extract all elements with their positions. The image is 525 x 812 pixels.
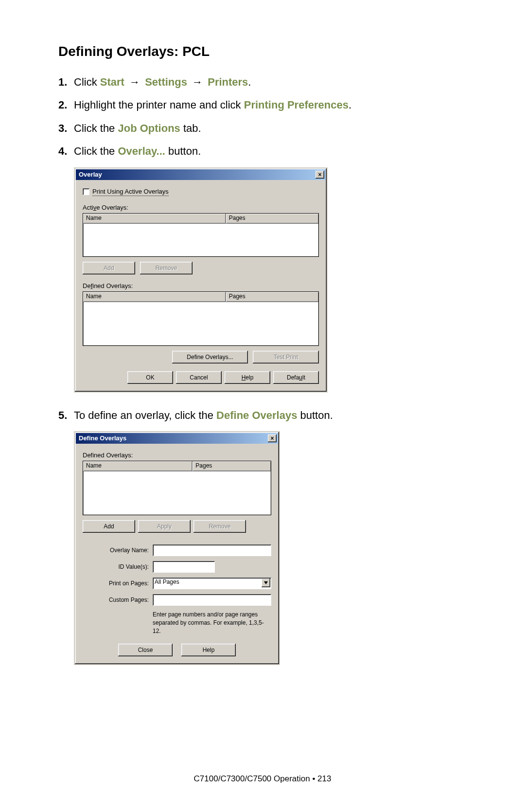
print-using-active-overlays-label: Print Using Active Overlays: [92, 188, 169, 196]
help-button[interactable]: Help: [225, 371, 270, 384]
help-button[interactable]: Help: [181, 644, 236, 656]
id-values-input[interactable]: [153, 561, 215, 573]
page-title: Defining Overlays: PCL: [58, 44, 472, 59]
cancel-button[interactable]: Cancel: [176, 371, 222, 384]
col-name[interactable]: Name: [83, 461, 192, 471]
custom-pages-label: Custom Pages:: [83, 596, 153, 603]
overlay-name-row: Overlay Name:: [83, 544, 271, 556]
defined-overlays-label: Defined Overlays:: [83, 282, 319, 289]
page-footer: C7100/C7300/C7500 Operation • 213: [0, 774, 525, 784]
step-1: 1. Click Start → Settings → Printers.: [58, 73, 472, 91]
id-values-label: ID Value(s):: [83, 563, 153, 570]
step-number: 4.: [58, 142, 74, 160]
define-test-row: Define Overlays... Test Print: [83, 351, 319, 363]
titlebar: Define Overlays ×: [76, 433, 278, 444]
step-text: button.: [297, 409, 332, 421]
step-text: Click the: [74, 145, 118, 157]
close-button[interactable]: Close: [118, 644, 173, 656]
remove-button[interactable]: Remove: [193, 520, 246, 533]
step-number: 2.: [58, 96, 74, 114]
col-pages[interactable]: Pages: [192, 461, 271, 471]
add-button[interactable]: Add: [83, 520, 135, 533]
active-overlays-list[interactable]: Name Pages: [83, 213, 319, 257]
overlay-dialog-figure: Overlay × Print Using Active Overlays Ac…: [74, 167, 472, 393]
print-on-pages-label: Print on Pages:: [83, 580, 153, 587]
arrow-icon: →: [127, 73, 142, 91]
close-icon[interactable]: ×: [268, 434, 277, 442]
print-on-pages-combo[interactable]: All Pages: [153, 577, 271, 589]
overlay-name-label: Overlay Name:: [83, 547, 153, 554]
col-name[interactable]: Name: [83, 292, 226, 302]
step-text: To define an overlay, click the: [74, 409, 216, 421]
col-pages[interactable]: Pages: [226, 214, 318, 223]
overlay-name-input[interactable]: [153, 544, 271, 556]
apply-button[interactable]: Apply: [138, 520, 191, 533]
overlay-dialog: Overlay × Print Using Active Overlays Ac…: [74, 167, 328, 393]
define-overlays-button[interactable]: Define Overlays...: [172, 351, 248, 363]
titlebar: Overlay ×: [76, 169, 326, 180]
step-text: button.: [165, 145, 201, 157]
instructions-list: 1. Click Start → Settings → Printers. 2.…: [58, 73, 472, 161]
kw-overlay: Overlay...: [118, 145, 165, 157]
close-icon[interactable]: ×: [315, 171, 324, 179]
kw-settings: Settings: [145, 76, 187, 88]
custom-pages-row: Custom Pages:: [83, 594, 271, 606]
define-overlays-dialog: Define Overlays × Defined Overlays: Name…: [74, 431, 280, 665]
list-header: Name Pages: [83, 461, 271, 471]
default-button[interactable]: Default: [273, 371, 319, 384]
instructions-list-2: 5. To define an overlay, click the Defin…: [58, 406, 472, 424]
defined-overlays-label: Defined Overlays:: [83, 451, 271, 459]
svg-marker-0: [264, 581, 268, 584]
dialog-action-row: Close Help: [83, 644, 271, 656]
test-print-button[interactable]: Test Print: [253, 351, 319, 363]
print-using-active-overlays-row: Print Using Active Overlays: [83, 188, 319, 196]
step-number: 3.: [58, 119, 74, 137]
defined-overlays-list[interactable]: Name Pages: [83, 291, 319, 346]
step-2: 2. Highlight the printer name and click …: [58, 96, 472, 114]
step-text: Highlight the printer name and click: [74, 99, 244, 111]
dialog-action-row: OK Cancel Help Default: [83, 371, 319, 384]
kw-printers: Printers: [208, 76, 248, 88]
dialog-title: Define Overlays: [79, 434, 268, 442]
step-text: tab.: [180, 122, 201, 134]
print-on-pages-value: All Pages: [155, 578, 179, 585]
active-buttons: Add Remove: [83, 262, 319, 274]
add-button[interactable]: Add: [83, 262, 135, 274]
kw-start: Start: [100, 76, 124, 88]
active-overlays-label: Active Overlays:: [83, 204, 319, 211]
defined-overlays-list[interactable]: Name Pages: [83, 461, 271, 515]
list-header: Name Pages: [83, 292, 318, 302]
custom-pages-input[interactable]: [153, 594, 271, 606]
define-overlays-dialog-figure: Define Overlays × Defined Overlays: Name…: [74, 431, 472, 665]
step-text: Click the: [74, 122, 118, 134]
col-pages[interactable]: Pages: [226, 292, 318, 302]
step-text: .: [349, 99, 351, 111]
step-3: 3. Click the Job Options tab.: [58, 119, 472, 137]
kw-printing-preferences: Printing Preferences: [244, 99, 349, 111]
step-text: .: [248, 76, 251, 88]
ok-button[interactable]: OK: [127, 371, 173, 384]
custom-pages-hint: Enter page numbers and/or page ranges se…: [153, 611, 271, 635]
id-values-row: ID Value(s):: [83, 561, 271, 573]
kw-job-options: Job Options: [118, 122, 180, 134]
chevron-down-icon[interactable]: [262, 578, 270, 587]
list-buttons: Add Apply Remove: [83, 520, 271, 533]
step-5: 5. To define an overlay, click the Defin…: [58, 406, 472, 424]
step-number: 5.: [58, 406, 74, 424]
list-header: Name Pages: [83, 214, 318, 224]
kw-define-overlays: Define Overlays: [216, 409, 297, 421]
col-name[interactable]: Name: [83, 214, 226, 223]
print-on-pages-row: Print on Pages: All Pages: [83, 577, 271, 589]
arrow-icon: →: [190, 73, 205, 91]
print-using-active-overlays-checkbox[interactable]: [83, 188, 89, 195]
step-number: 1.: [58, 73, 74, 91]
dialog-title: Overlay: [79, 171, 315, 178]
step-4: 4. Click the Overlay... button.: [58, 142, 472, 160]
remove-button[interactable]: Remove: [140, 262, 192, 274]
step-text: Click: [74, 76, 100, 88]
